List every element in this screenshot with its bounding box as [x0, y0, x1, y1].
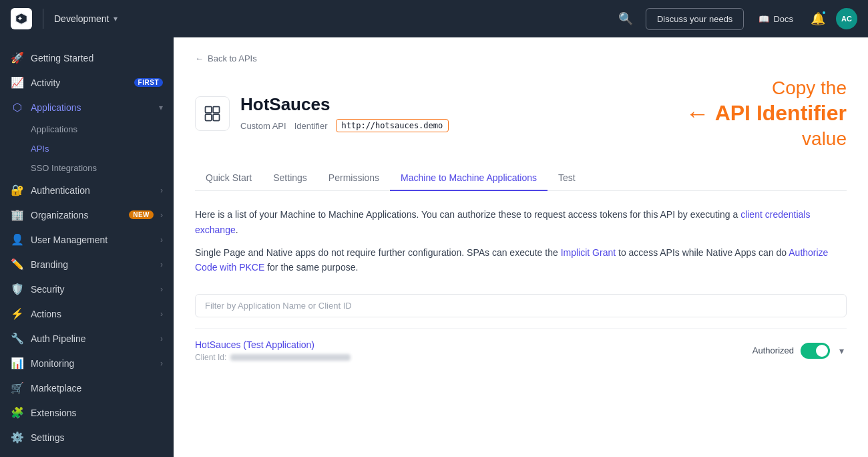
sidebar-item-authentication[interactable]: 🔐 Authentication › — [0, 178, 174, 202]
actions-chevron: › — [160, 309, 163, 319]
docs-link[interactable]: 📖 Docs — [752, 10, 800, 28]
sidebar-subitem-apis[interactable]: APIs — [31, 139, 174, 158]
m2m-description-1: Here is a list of your Machine to Machin… — [195, 207, 847, 237]
app-item-right: Authorized ▾ — [752, 343, 847, 359]
callout-line2: API Identifier — [715, 101, 847, 126]
search-button[interactable]: 🔍 — [614, 7, 638, 31]
sidebar-item-settings[interactable]: ⚙️ Settings — [0, 425, 174, 450]
user-management-icon: 👤 — [11, 233, 24, 246]
sidebar-label: Marketplace — [31, 383, 163, 394]
sidebar-label: Actions — [31, 309, 154, 319]
back-arrow-icon: ← — [195, 53, 204, 63]
api-info: HotSauces Custom API Identifier http://h… — [240, 94, 675, 132]
sidebar-item-getting-started[interactable]: 🚀 Getting Started — [0, 45, 174, 70]
main-content-area: ← Back to APIs HotSauces Custom API — [174, 37, 868, 457]
svg-rect-2 — [206, 106, 212, 112]
discuss-needs-button[interactable]: Discuss your needs — [646, 8, 744, 30]
getting-started-icon: 🚀 — [11, 51, 24, 64]
api-header: HotSauces Custom API Identifier http://h… — [195, 77, 847, 150]
sidebar-label: Extensions — [31, 408, 163, 418]
authorized-toggle[interactable] — [801, 343, 830, 359]
tab-permissions[interactable]: Permissions — [318, 166, 390, 191]
tab-settings[interactable]: Settings — [262, 166, 318, 191]
sidebar-label: Getting Started — [31, 53, 163, 63]
implicit-grant-link[interactable]: Implicit Grant — [561, 247, 616, 258]
applications-chevron: ▾ — [159, 103, 163, 112]
sidebar-item-user-management[interactable]: 👤 User Management › — [0, 227, 174, 252]
branding-icon: ✏️ — [11, 258, 24, 271]
sidebar-label: Authentication — [31, 185, 154, 196]
branding-chevron: › — [160, 260, 163, 269]
left-arrow-icon: ← — [686, 100, 710, 128]
sidebar-item-extensions[interactable]: 🧩 Extensions — [0, 400, 174, 425]
sidebar-label: User Management — [31, 235, 154, 245]
monitoring-icon: 📊 — [11, 357, 24, 369]
notification-dot — [821, 10, 827, 15]
svg-rect-4 — [206, 114, 212, 120]
tenant-name: Development — [54, 13, 110, 24]
sidebar-label: Security — [31, 284, 154, 295]
tab-quick-start[interactable]: Quick Start — [195, 166, 262, 191]
expand-app-button[interactable]: ▾ — [837, 343, 847, 359]
notifications-bell[interactable]: 🔔 — [808, 9, 828, 29]
svg-rect-3 — [213, 106, 219, 112]
sidebar-label: Applications — [31, 102, 152, 113]
marketplace-icon: 🛒 — [11, 382, 24, 394]
sidebar-item-organizations[interactable]: 🏢 Organizations NEW › — [0, 202, 174, 227]
sidebar-label: Activity — [31, 78, 128, 88]
logo[interactable]: ✦ — [11, 8, 32, 29]
organizations-badge: NEW — [129, 210, 154, 219]
auth-pipeline-icon: 🔧 — [11, 332, 24, 345]
pipeline-chevron: › — [160, 334, 163, 343]
sidebar-item-actions[interactable]: ⚡ Actions › — [0, 301, 174, 326]
callout-line1: Copy the — [686, 77, 847, 100]
avatar[interactable]: AC — [836, 8, 857, 29]
settings-icon: ⚙️ — [11, 431, 24, 444]
monitoring-chevron: › — [160, 359, 163, 368]
topnav: ✦ Development ▾ 🔍 Discuss your needs 📖 D… — [0, 0, 868, 37]
applications-submenu: Applications APIs SSO Integrations — [0, 120, 174, 178]
svg-text:✦: ✦ — [17, 15, 23, 22]
authentication-icon: 🔐 — [11, 184, 24, 196]
tab-m2m[interactable]: Machine to Machine Applications — [390, 166, 548, 191]
org-chevron: › — [160, 210, 163, 220]
sidebar-item-marketplace[interactable]: 🛒 Marketplace — [0, 375, 174, 400]
back-to-apis-link[interactable]: ← Back to APIs — [195, 53, 847, 63]
sidebar-item-monitoring[interactable]: 📊 Monitoring › — [0, 351, 174, 375]
back-label: Back to APIs — [208, 53, 257, 63]
tab-test[interactable]: Test — [548, 166, 586, 191]
sidebar-subitem-sso[interactable]: SSO Integrations — [31, 158, 174, 178]
sidebar-item-applications[interactable]: ⬡ Applications ▾ — [0, 95, 174, 120]
api-identifier-value[interactable]: http://hotsauces.demo — [336, 119, 449, 132]
sidebar-item-auth-pipeline[interactable]: 🔧 Auth Pipeline › — [0, 326, 174, 351]
filter-input[interactable] — [195, 294, 847, 317]
app-item-info: HotSauces (Test Application) Client Id: — [195, 339, 752, 362]
api-callout-annotation: Copy the ← API Identifier value — [686, 77, 847, 150]
activity-badge: FIRST — [134, 78, 163, 87]
sidebar-item-activity[interactable]: 📈 Activity FIRST — [0, 70, 174, 95]
api-icon-box — [195, 96, 230, 131]
api-title: HotSauces — [240, 94, 675, 115]
app-item-client-id: Client Id: — [195, 353, 752, 362]
sidebar-subitem-applications[interactable]: Applications — [31, 120, 174, 139]
sidebar-label: Organizations — [31, 210, 122, 220]
m2m-description-2: Single Page and Native apps do not requi… — [195, 245, 847, 275]
applications-icon: ⬡ — [11, 101, 24, 114]
docs-icon: 📖 — [758, 14, 769, 24]
tenant-switcher[interactable]: Development ▾ — [54, 13, 118, 24]
svg-rect-5 — [213, 114, 219, 120]
sidebar-label: Auth Pipeline — [31, 333, 154, 344]
security-chevron: › — [160, 285, 163, 294]
sidebar-item-security[interactable]: 🛡️ Security › — [0, 277, 174, 301]
app-item-name[interactable]: HotSauces (Test Application) — [195, 339, 752, 350]
auth-chevron: › — [160, 186, 163, 195]
activity-icon: 📈 — [11, 76, 24, 89]
sidebar: 🚀 Getting Started 📈 Activity FIRST ⬡ App… — [0, 37, 174, 457]
nav-divider — [43, 9, 43, 29]
m2m-app-list-item: HotSauces (Test Application) Client Id: … — [195, 328, 847, 373]
api-meta: Custom API Identifier http://hotsauces.d… — [240, 119, 675, 132]
sidebar-label: Branding — [31, 259, 154, 270]
callout-arrow: ← API Identifier — [686, 100, 847, 128]
sidebar-item-branding[interactable]: ✏️ Branding › — [0, 252, 174, 277]
organizations-icon: 🏢 — [11, 208, 24, 221]
